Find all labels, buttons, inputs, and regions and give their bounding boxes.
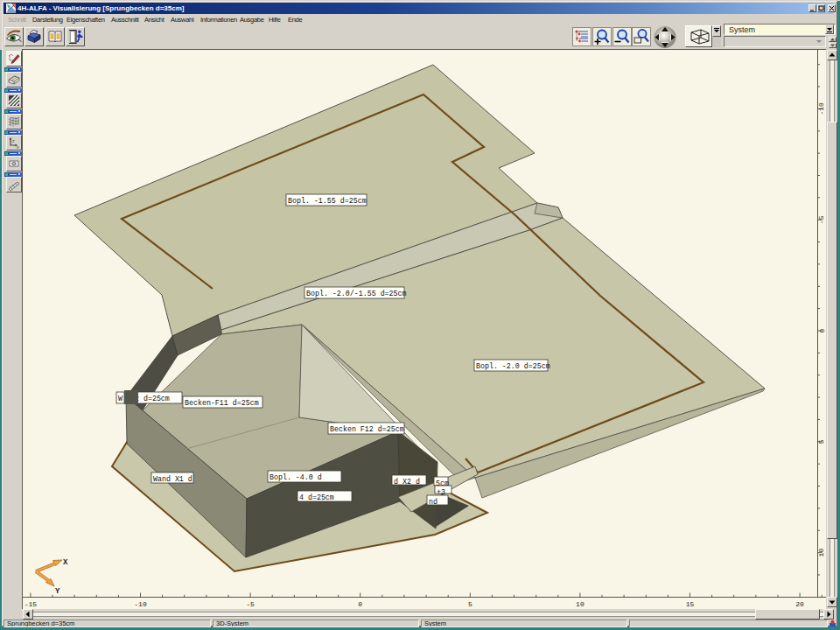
svg-text:-5: -5 bbox=[818, 215, 826, 224]
svg-text:X: X bbox=[63, 558, 68, 567]
svg-text:20: 20 bbox=[795, 600, 804, 608]
svg-text:-10: -10 bbox=[818, 102, 826, 116]
svg-text:0: 0 bbox=[818, 328, 826, 332]
svg-text:+3: +3 bbox=[437, 488, 445, 496]
svg-text:15: 15 bbox=[686, 600, 695, 608]
svg-text:Bopl. -2.0 d=25cm: Bopl. -2.0 d=25cm bbox=[476, 362, 550, 370]
svg-text:nd: nd bbox=[429, 498, 438, 506]
svg-text:Bopl. -2.0/-1.55 d=25cm: Bopl. -2.0/-1.55 d=25cm bbox=[306, 290, 407, 298]
svg-text:-5: -5 bbox=[246, 600, 255, 608]
svg-text:10: 10 bbox=[576, 600, 584, 608]
svg-text:Wand X1 d: Wand X1 d bbox=[153, 475, 192, 483]
svg-text:-10: -10 bbox=[134, 600, 147, 608]
svg-text:z: z bbox=[12, 138, 15, 144]
svg-text:4 d=25cm: 4 d=25cm bbox=[299, 494, 334, 501]
svg-text:Bopl. -1.55 d=25cm: Bopl. -1.55 d=25cm bbox=[288, 197, 367, 205]
svg-text:5: 5 bbox=[468, 600, 472, 608]
svg-text:W: W bbox=[118, 395, 122, 402]
svg-text:5: 5 bbox=[818, 439, 826, 444]
svg-text:d X2 d: d X2 d bbox=[394, 478, 420, 486]
svg-text:10: 10 bbox=[818, 549, 826, 557]
svg-text:2 d=25cm: 2 d=25cm bbox=[135, 395, 170, 402]
svg-text:0: 0 bbox=[358, 600, 362, 608]
svg-text:Bopl. -4.0 d: Bopl. -4.0 d bbox=[270, 473, 322, 481]
svg-text:Becken F12 d=25cm: Becken F12 d=25cm bbox=[330, 425, 404, 433]
svg-text:s: s bbox=[17, 144, 19, 150]
svg-text:Becken-F11 d=25cm: Becken-F11 d=25cm bbox=[185, 399, 259, 407]
svg-text:Y: Y bbox=[55, 587, 60, 596]
svg-text:-15: -15 bbox=[24, 600, 38, 608]
